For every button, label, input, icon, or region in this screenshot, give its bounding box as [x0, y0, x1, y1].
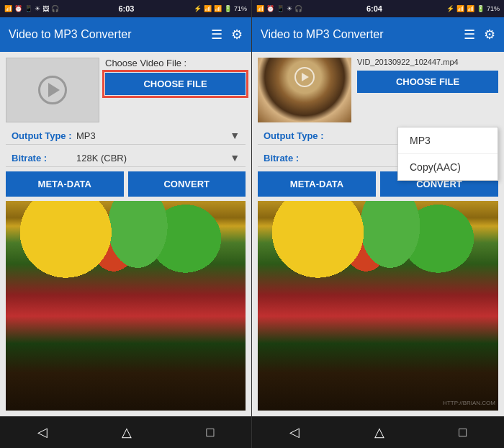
- right-wifi-icon: 📶: [456, 5, 464, 12]
- right-dropdown-aac[interactable]: Copy(AAC): [398, 154, 498, 180]
- right-headset-icon: 🎧: [294, 5, 302, 12]
- left-title-bar: Video to MP3 Converter ☰ ⚙: [0, 17, 251, 52]
- left-output-type-value: MP3: [76, 130, 230, 141]
- left-output-type-arrow[interactable]: ▼: [230, 130, 240, 141]
- right-phone-panel: 📶 ⏰ 📱 ☀ 🎧 6:04 ⚡ 📶 📶 🔋 71% Video to MP3 …: [252, 0, 504, 448]
- left-output-type-label: Output Type :: [12, 130, 76, 141]
- right-settings-icon[interactable]: ⚙: [484, 27, 495, 42]
- left-video-preview: [6, 58, 99, 122]
- right-back-button[interactable]: ◁: [284, 418, 305, 446]
- left-recent-button[interactable]: □: [200, 419, 220, 446]
- right-alarm-icon: ⏰: [266, 5, 274, 12]
- right-filename: VID_20130922_102447.mp4: [357, 58, 498, 66]
- right-screen-icon: 📱: [276, 5, 284, 12]
- left-bitrate-value: 128K (CBR): [76, 153, 230, 163]
- right-right-section: VID_20130922_102447.mp4 CHOOSE FILE: [357, 58, 498, 93]
- right-title-bar: Video to MP3 Converter ☰ ⚙: [252, 17, 504, 52]
- right-main-content: VID_20130922_102447.mp4 CHOOSE FILE Outp…: [252, 52, 504, 416]
- battery-pct: 71%: [234, 5, 247, 12]
- left-output-type-row: Output Type : MP3 ▼: [6, 127, 246, 145]
- screen-icon: 📱: [24, 5, 32, 12]
- right-app-title: Video to MP3 Converter: [261, 28, 464, 41]
- right-choose-file-button[interactable]: CHOOSE FILE: [357, 71, 498, 93]
- right-video-thumbnail: [258, 58, 351, 122]
- sim-icon: 📶: [4, 5, 12, 12]
- left-right-section: Choose Video File : CHOOSE FILE: [105, 58, 246, 95]
- usb-icon: ⚡: [194, 5, 202, 12]
- right-menu-icon[interactable]: ☰: [464, 27, 475, 42]
- wifi-icon: 📶: [204, 5, 212, 12]
- left-bitrate-arrow[interactable]: ▼: [230, 152, 240, 163]
- right-output-type-label: Output Type :: [264, 130, 328, 141]
- left-choose-label: Choose Video File :: [105, 58, 246, 68]
- right-dropdown-menu[interactable]: MP3 Copy(AAC): [397, 127, 498, 181]
- left-status-right: ⚡ 📶 📶 🔋 71%: [194, 5, 247, 12]
- brightness-icon: ☀: [35, 5, 40, 12]
- left-settings-icon[interactable]: ⚙: [231, 27, 243, 42]
- left-choose-file-button[interactable]: CHOOSE FILE: [105, 73, 246, 95]
- right-signal-icon: 📶: [467, 5, 474, 12]
- photo-icon: 🖼: [42, 5, 49, 12]
- right-home-button[interactable]: △: [369, 418, 390, 446]
- right-time: 6:04: [366, 4, 382, 13]
- left-bottom-image: [6, 201, 246, 411]
- left-back-button[interactable]: ◁: [32, 418, 53, 446]
- right-status-bar: 📶 ⏰ 📱 ☀ 🎧 6:04 ⚡ 📶 📶 🔋 71%: [252, 0, 504, 17]
- signal-icon: 📶: [214, 5, 222, 12]
- right-output-type-container: Output Type : ▼ MP3 Copy(AAC): [258, 127, 498, 145]
- right-recent-button[interactable]: □: [453, 419, 472, 446]
- left-status-icons: 📶 ⏰ 📱 ☀ 🖼 🎧: [4, 5, 59, 12]
- right-brightness-icon: ☀: [287, 5, 292, 12]
- left-app-title: Video to MP3 Converter: [9, 28, 211, 41]
- left-bitrate-label: Bitrate :: [12, 153, 76, 163]
- left-nav-bar: ◁ △ □: [0, 416, 251, 448]
- right-battery-pct: 71%: [487, 5, 500, 12]
- right-usb-icon: ⚡: [446, 5, 454, 12]
- right-bitrate-label: Bitrate :: [264, 153, 328, 163]
- left-home-button[interactable]: △: [116, 418, 138, 446]
- right-dropdown-mp3[interactable]: MP3: [398, 127, 498, 154]
- watermark-text: HTTP://BRIAN.COM: [443, 400, 495, 406]
- left-game-pixels: [6, 201, 246, 411]
- right-sim-icon: 📶: [256, 5, 264, 12]
- left-status-bar: 📶 ⏰ 📱 ☀ 🖼 🎧 6:03 ⚡ 📶 📶 🔋 71%: [0, 0, 251, 17]
- right-bottom-image: HTTP://BRIAN.COM: [258, 201, 498, 411]
- left-time: 6:03: [118, 4, 134, 13]
- headset-icon: 🎧: [51, 5, 59, 12]
- right-top-section: VID_20130922_102447.mp4 CHOOSE FILE: [258, 58, 498, 122]
- left-action-buttons: META-DATA CONVERT: [6, 171, 246, 197]
- left-menu-icon[interactable]: ☰: [211, 27, 222, 42]
- right-meta-data-button[interactable]: META-DATA: [258, 171, 376, 197]
- left-title-icons: ☰ ⚙: [211, 27, 243, 42]
- battery-icon: 🔋: [224, 5, 232, 12]
- right-battery-icon: 🔋: [477, 5, 485, 12]
- right-title-icons: ☰ ⚙: [464, 27, 495, 42]
- right-nav-bar: ◁ △ □: [252, 416, 504, 448]
- left-top-section: Choose Video File : CHOOSE FILE: [6, 58, 246, 122]
- left-play-icon: [38, 76, 67, 104]
- left-bitrate-row: Bitrate : 128K (CBR) ▼: [6, 149, 246, 167]
- left-play-triangle: [48, 83, 60, 97]
- right-game-pixels: HTTP://BRIAN.COM: [258, 201, 498, 411]
- left-phone-panel: 📶 ⏰ 📱 ☀ 🖼 🎧 6:03 ⚡ 📶 📶 🔋 71% Video to MP…: [0, 0, 252, 448]
- left-convert-button[interactable]: CONVERT: [128, 171, 246, 197]
- alarm-icon: ⏰: [14, 5, 22, 12]
- left-meta-data-button[interactable]: META-DATA: [6, 171, 124, 197]
- left-main-content: Choose Video File : CHOOSE FILE Output T…: [0, 52, 251, 416]
- right-status-icons: 📶 ⏰ 📱 ☀ 🎧: [256, 5, 302, 12]
- right-status-right: ⚡ 📶 📶 🔋 71%: [446, 5, 500, 12]
